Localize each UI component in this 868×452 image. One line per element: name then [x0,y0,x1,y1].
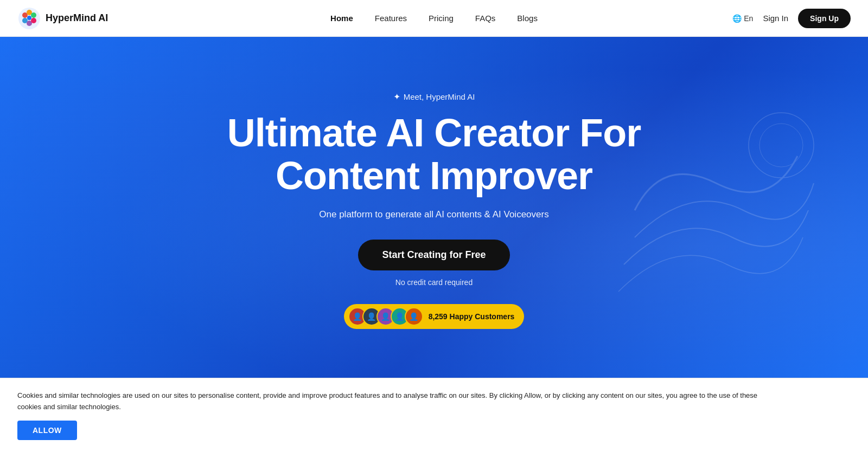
customers-count: 8,259 [429,312,448,321]
lang-label: En [744,14,753,23]
customers-count-text: 8,259 Happy Customers [429,312,515,321]
hero-cta-button[interactable]: Start Creating for Free [358,240,509,270]
svg-point-7 [27,16,31,20]
avatar-group: 👤 👤 👤 👤 👤 [348,307,423,326]
hero-no-cc-text: No credit card required [395,278,473,287]
happy-customers-badge[interactable]: 👤 👤 👤 👤 👤 8,259 Happy Customers [344,304,525,329]
signup-button[interactable]: Sign Up [798,9,851,28]
hero-badge: ✦ Meet, HyperMind AI [393,92,475,102]
globe-icon: 🌐 [732,14,742,23]
hero-section: ✦ Meet, HyperMind AI Ultimate AI Creator… [0,37,868,384]
sparkle-icon: ✦ [393,92,400,102]
hero-title-line1: Ultimate AI Creator For [227,111,641,154]
svg-point-3 [31,12,36,18]
navbar: HyperMind AI Home Features Pricing FAQs … [0,0,868,37]
hero-badge-text: Meet, HyperMind AI [404,92,475,101]
nav-right: 🌐 En Sign In Sign Up [732,9,851,28]
customers-label-text: Happy Customers [450,312,515,321]
nav-features[interactable]: Features [375,14,407,23]
svg-point-8 [749,113,814,178]
hero-title: Ultimate AI Creator For Content Improver [227,112,641,197]
nav-faqs[interactable]: FAQs [475,14,496,23]
cookie-banner: Cookies and similar technologies are use… [0,378,868,384]
hero-title-line2: Content Improver [276,154,592,197]
lang-button[interactable]: 🌐 En [732,14,753,23]
nav-pricing[interactable]: Pricing [429,14,454,23]
nav-links: Home Features Pricing FAQs Blogs [330,14,538,23]
nav-blogs[interactable]: Blogs [517,14,538,23]
nav-home[interactable]: Home [330,14,353,23]
logo-text: HyperMind AI [46,12,108,24]
signin-button[interactable]: Sign In [763,14,788,23]
svg-point-9 [760,124,803,167]
logo-icon [17,7,41,30]
hero-content: ✦ Meet, HyperMind AI Ultimate AI Creator… [227,92,641,329]
logo[interactable]: HyperMind AI [17,7,108,30]
hero-subtitle: One platform to generate all AI contents… [227,209,641,220]
avatar: 👤 [405,307,423,326]
svg-point-6 [31,18,36,23]
